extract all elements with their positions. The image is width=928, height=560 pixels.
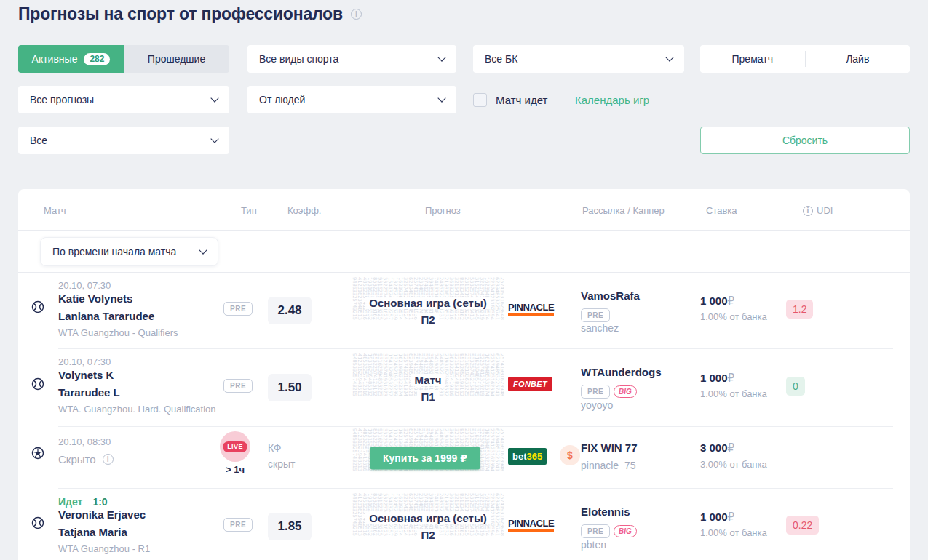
- forecast-cell: 25741931623948 62394853225741 2257412316…: [352, 277, 504, 345]
- forecast-line2: П2: [417, 313, 438, 326]
- match-datetime: 20.10, 07:30: [58, 280, 111, 291]
- tab-active-label: Активные: [32, 53, 78, 65]
- kapper-username: pbten: [581, 539, 606, 551]
- coeff-hidden-line2: скрыт: [268, 456, 295, 472]
- bookmaker-logo: PINNACLE: [508, 518, 552, 532]
- stake-value: 3 000: [700, 441, 728, 454]
- pre-badge: PRE: [223, 379, 253, 393]
- match-datetime: 20.10, 08:30: [58, 436, 111, 447]
- kapper-name[interactable]: Elotennis: [581, 505, 630, 518]
- forecast-cell: 25741931623948 62394853225741 2257412316…: [352, 353, 504, 423]
- udi-badge: 0: [786, 377, 805, 396]
- live-button[interactable]: Лайв: [806, 45, 911, 73]
- col-type: Тип: [241, 205, 257, 216]
- forecast-line2: П2: [417, 529, 438, 541]
- udi-info-icon[interactable]: i: [803, 206, 813, 216]
- pinnacle-logo: PINNACLE: [508, 518, 554, 532]
- col-udi: i UDI: [803, 205, 833, 216]
- table-row[interactable]: Идет 1:0 Veronika Erjavec Tatjana Maria …: [18, 489, 910, 560]
- ruble-sign: ₽: [728, 441, 735, 454]
- match-datetime: 20.10, 07:30: [58, 356, 111, 367]
- kapper-badges: PRE BIG: [581, 524, 637, 538]
- col-forecast: Прогноз: [425, 205, 461, 216]
- reset-button[interactable]: Сбросить: [700, 127, 910, 154]
- forecast-line1: Основная игра (сеты): [365, 512, 491, 524]
- table-row[interactable]: 20.10, 07:30 Volynets K Tararudee L WTA.…: [18, 349, 910, 427]
- tennis-icon: [31, 377, 44, 391]
- kapper-name[interactable]: WTAunderdogs: [581, 366, 662, 378]
- info-icon[interactable]: i: [103, 454, 114, 465]
- pre-badge: PRE: [223, 302, 253, 316]
- stake-value: 1 000: [700, 511, 728, 523]
- coeff-hidden-line1: КФ: [268, 440, 295, 456]
- fonbet-logo: FONBET: [508, 377, 552, 391]
- team-1: Katie Volynets: [58, 292, 132, 305]
- col-udi-label: UDI: [817, 205, 833, 216]
- stake-percent: 1.00% от банка: [700, 388, 767, 399]
- sport-select-value: Все виды спорта: [259, 53, 439, 65]
- coeff-hidden: КФ скрыт: [268, 440, 295, 472]
- hidden-label: Скрыто: [58, 453, 96, 465]
- kapper-username: sanchez: [581, 322, 619, 334]
- tab-past[interactable]: Прошедшие: [124, 45, 229, 73]
- football-icon: [31, 447, 44, 460]
- sport-select[interactable]: Все виды спорта: [247, 45, 456, 73]
- sort-select[interactable]: По времени начала матча: [40, 237, 218, 266]
- chevron-down-icon: [437, 53, 445, 61]
- ruble-sign: ₽: [728, 511, 735, 523]
- kapper-username: pinnacle_75: [581, 460, 636, 471]
- buy-button[interactable]: Купить за 1999 ₽: [370, 447, 480, 469]
- prematch-button[interactable]: Прематч: [700, 45, 805, 73]
- tab-active[interactable]: Активные 282: [18, 45, 124, 73]
- live-circle: LIVE: [220, 431, 250, 462]
- bookmaker-select-value: Все БК: [485, 53, 667, 65]
- page-header: Прогнозы на спорт от профессионалов i: [18, 4, 362, 24]
- live-delay: > 1ч: [219, 464, 251, 475]
- all-select-value: Все: [30, 135, 212, 146]
- big-badge: BIG: [614, 525, 637, 537]
- bet365-suffix: 365: [527, 451, 543, 462]
- sort-select-value: По времени начала матча: [52, 246, 200, 257]
- chevron-down-icon: [210, 94, 218, 102]
- forecast-text: Основная игра (сеты) П2: [352, 295, 504, 328]
- table-row[interactable]: 20.10, 07:30 Katie Volynets Lanlana Tara…: [18, 273, 910, 349]
- match-running-checkbox[interactable]: [473, 93, 487, 107]
- bet365-logo: bet365: [508, 448, 547, 465]
- status-tabs: Активные 282 Прошедшие: [18, 45, 229, 73]
- predictions-table: Матч Тип Коэфф. Прогноз Рассылка / Каппе…: [18, 189, 910, 560]
- col-stake: Ставка: [706, 205, 737, 216]
- live-badge: LIVE: [223, 441, 247, 452]
- col-coeff: Коэфф.: [287, 205, 321, 216]
- tennis-icon: [31, 516, 44, 529]
- pre-badge: PRE: [581, 308, 610, 322]
- big-badge: BIG: [614, 385, 637, 398]
- chevron-down-icon: [199, 246, 207, 254]
- status-running: Идет: [58, 496, 82, 508]
- kapper-badges: PRE: [581, 308, 610, 322]
- pre-badge: PRE: [223, 518, 253, 532]
- tennis-icon: [31, 300, 44, 313]
- team-2: Lanlana Tararudee: [58, 310, 154, 322]
- kapper-name[interactable]: FIX WIN 77: [581, 441, 638, 454]
- forecast-line1: Матч: [411, 374, 445, 386]
- calendar-link[interactable]: Календарь игр: [575, 86, 649, 113]
- ruble-sign: ₽: [728, 372, 735, 384]
- forecast-type-value: Все прогнозы: [30, 94, 212, 105]
- chevron-down-icon: [665, 53, 673, 61]
- bookmaker-select[interactable]: Все БК: [473, 45, 684, 73]
- forecast-text: Основная игра (сеты) П2: [352, 510, 504, 543]
- match-running-label: Матч идет: [496, 94, 547, 106]
- info-icon[interactable]: i: [351, 9, 362, 20]
- forecast-text: Матч П1: [352, 372, 504, 405]
- kapper-name[interactable]: VamosRafa: [581, 289, 640, 302]
- bookmaker-logo: FONBET: [508, 377, 552, 391]
- source-select[interactable]: От людей: [247, 86, 456, 113]
- coefficient: 1.85: [268, 513, 312, 540]
- all-select[interactable]: Все: [18, 127, 229, 154]
- forecast-cell: 25741931623948 62394853225741 2257412316…: [352, 493, 504, 560]
- col-sender: Рассылка / Каппер: [582, 205, 665, 216]
- table-row[interactable]: 20.10, 08:30 Скрыто i LIVE > 1ч КФ скрыт…: [18, 427, 910, 489]
- paid-dollar-icon: $: [560, 445, 580, 465]
- forecast-type-select[interactable]: Все прогнозы: [18, 86, 229, 113]
- pre-badge: PRE: [581, 524, 610, 538]
